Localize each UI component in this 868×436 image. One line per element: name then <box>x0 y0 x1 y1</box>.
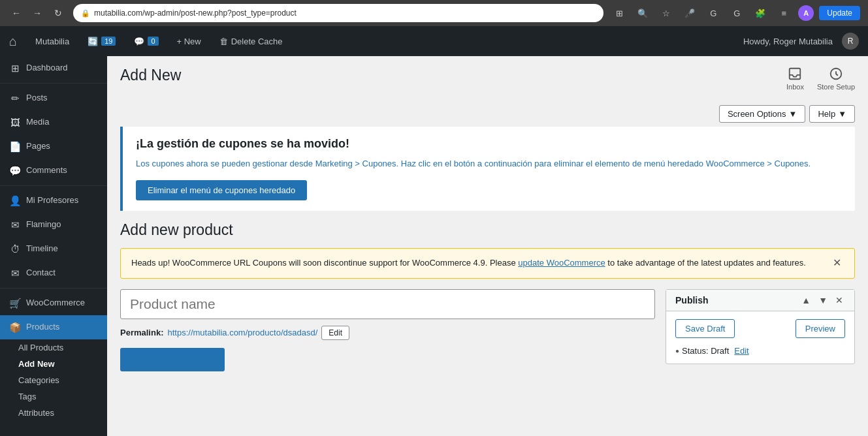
sidebar-item-products[interactable]: 📦 Products <box>0 315 107 339</box>
page-header-right: Inbox Store Setup <box>786 67 855 95</box>
save-draft-button[interactable]: Save Draft <box>675 319 735 338</box>
wp-logo-item[interactable]: ⌂ <box>0 26 26 56</box>
sidebar-item-dashboard[interactable]: ⊞ Dashboard <box>0 56 107 80</box>
products-icon: 📦 <box>9 320 21 334</box>
sidebar-sub-tags[interactable]: Tags <box>0 388 107 405</box>
inbox-button[interactable]: Inbox <box>786 67 804 91</box>
wp-logo-icon: ⌂ <box>9 34 17 49</box>
publish-actions: Save Draft Preview <box>675 319 845 338</box>
user-avatar[interactable]: A <box>798 5 814 21</box>
delete-cache-label: Delete Cache <box>231 37 283 46</box>
updates-count: 19 <box>101 37 116 46</box>
comments-item[interactable]: 💬 0 <box>125 26 167 56</box>
product-name-input[interactable] <box>120 289 655 319</box>
sidebar-item-mi-profesores[interactable]: 👤 Mi Profesores <box>0 189 107 213</box>
star-icon[interactable]: ☆ <box>657 4 675 22</box>
mic-icon[interactable]: 🎤 <box>681 4 699 22</box>
screen-options-chevron: ▼ <box>789 109 797 119</box>
grammarly-icon[interactable]: G <box>728 4 746 22</box>
admin-avatar[interactable]: R <box>842 33 859 50</box>
permalink-link[interactable]: https://mutabilia.com/producto/dsadasd/ <box>167 328 317 337</box>
page-title: Add New <box>120 67 181 84</box>
preview-button[interactable]: Preview <box>796 319 845 338</box>
sidebar-label-posts: Posts <box>26 92 48 104</box>
admin-bar-left: ⌂ Mutabilia 🔄 19 💬 0 + New 🗑 Delete Cach… <box>0 26 743 56</box>
new-item[interactable]: + New <box>168 26 210 56</box>
updates-item[interactable]: 🔄 19 <box>78 26 125 56</box>
browser-actions: ⊞ 🔍 ☆ 🎤 G G 🧩 ≡ A Update <box>610 4 860 22</box>
coupon-notice: ¡La gestión de cupones se ha movido! Los… <box>120 127 855 211</box>
attributes-label: Attributes <box>18 408 54 418</box>
screen-options-button[interactable]: Screen Options ▼ <box>719 105 805 123</box>
sidebar: ⊞ Dashboard ✏ Posts 🖼 Media 📄 Pages 💬 Co… <box>0 56 107 436</box>
sidebar-label-comments: Comments <box>26 164 67 176</box>
store-setup-button[interactable]: Store Setup <box>817 67 855 91</box>
help-button[interactable]: Help ▼ <box>809 105 855 123</box>
sidebar-label-products: Products <box>26 321 59 333</box>
main-content: Add New Inbox Store Setup <box>107 56 868 436</box>
extension-icon-1[interactable]: 🧩 <box>751 4 769 22</box>
sidebar-item-timeline[interactable]: ⏱ Timeline <box>0 237 107 261</box>
browser-nav-buttons: ← → ↻ <box>8 5 67 22</box>
sidebar-label-contact: Contact <box>26 267 56 279</box>
publish-collapse-up[interactable]: ▲ <box>799 295 812 305</box>
sidebar-item-media[interactable]: 🖼 Media <box>0 110 107 134</box>
publish-box: Publish ▲ ▼ ✕ Save Draft Preview <box>666 289 855 364</box>
site-name-text: Mutabilia <box>35 37 69 46</box>
tags-label: Tags <box>18 392 36 401</box>
posts-icon: ✏ <box>9 91 21 105</box>
product-form-row: Permalink: https://mutabilia.com/product… <box>120 289 855 371</box>
sidebar-item-posts[interactable]: ✏ Posts <box>0 86 107 110</box>
update-button[interactable]: Update <box>819 6 860 20</box>
main-layout: ⊞ Dashboard ✏ Posts 🖼 Media 📄 Pages 💬 Co… <box>0 56 868 436</box>
sidebar-item-flamingo[interactable]: ✉ Flamingo <box>0 213 107 237</box>
delete-cache-item[interactable]: 🗑 Delete Cache <box>210 26 292 56</box>
profile-icon-g[interactable]: G <box>704 4 722 22</box>
categories-label: Categories <box>18 375 59 385</box>
extensions-icon[interactable]: ⊞ <box>610 4 628 22</box>
cache-icon: 🗑 <box>219 37 228 46</box>
reload-button[interactable]: ↻ <box>50 5 67 22</box>
publish-collapse-down[interactable]: ▼ <box>816 295 829 305</box>
sidebar-label-mi-profesores: Mi Profesores <box>26 195 78 206</box>
sidebar-sub-categories[interactable]: Categories <box>0 372 107 388</box>
sidebar-item-woocommerce[interactable]: 🛒 WooCommerce <box>0 291 107 315</box>
store-icon <box>829 67 843 81</box>
flamingo-icon: ✉ <box>9 218 21 232</box>
help-label: Help <box>818 109 835 119</box>
permalink-edit-button[interactable]: Edit <box>321 326 349 340</box>
address-bar[interactable]: 🔒 mutabilia.com/wp-admin/post-new.php?po… <box>73 4 603 22</box>
sidebar-sub-add-new[interactable]: Add New <box>0 356 107 372</box>
sidebar-divider-2 <box>0 185 107 186</box>
forward-button[interactable]: → <box>29 5 46 22</box>
comments-icon: 💬 <box>134 37 144 46</box>
media-icon: 🖼 <box>9 116 21 129</box>
woocommerce-icon: 🛒 <box>9 296 21 310</box>
sidebar-sub-attributes[interactable]: Attributes <box>0 405 107 421</box>
timeline-icon: ⏱ <box>9 242 21 256</box>
status-text: Status: Draft <box>682 346 729 356</box>
sidebar-item-contact[interactable]: ✉ Contact <box>0 261 107 285</box>
warning-notice-text: Heads up! WooCommerce URL Coupons will s… <box>131 257 806 270</box>
product-section-title: Add new product <box>120 221 855 239</box>
status-dot: ● <box>675 347 679 354</box>
update-woocommerce-link[interactable]: update WooCommerce <box>518 258 605 268</box>
screen-options-label: Screen Options <box>728 109 786 119</box>
inbox-label: Inbox <box>786 83 804 91</box>
publish-box-title: Publish <box>675 295 709 305</box>
blue-bar-placeholder <box>120 348 225 371</box>
site-name-item[interactable]: Mutabilia <box>26 26 78 56</box>
sidebar-sub-all-products[interactable]: All Products <box>0 339 107 356</box>
search-icon[interactable]: 🔍 <box>634 4 652 22</box>
sidebar-item-pages[interactable]: 📄 Pages <box>0 134 107 159</box>
publish-toggle[interactable]: ✕ <box>833 295 845 305</box>
extension-icon-2[interactable]: ≡ <box>775 4 793 22</box>
product-section: Add new product Heads up! WooCommerce UR… <box>107 221 868 371</box>
browser-chrome: ← → ↻ 🔒 mutabilia.com/wp-admin/post-new.… <box>0 0 868 26</box>
coupon-notice-button[interactable]: Eliminar el menú de cupones heredado <box>136 180 307 200</box>
back-button[interactable]: ← <box>8 5 25 22</box>
edit-status-link[interactable]: Edit <box>734 346 748 356</box>
sidebar-item-comments[interactable]: 💬 Comments <box>0 159 107 183</box>
warning-close-button[interactable]: ✕ <box>830 257 844 269</box>
sidebar-label-flamingo: Flamingo <box>26 219 61 230</box>
